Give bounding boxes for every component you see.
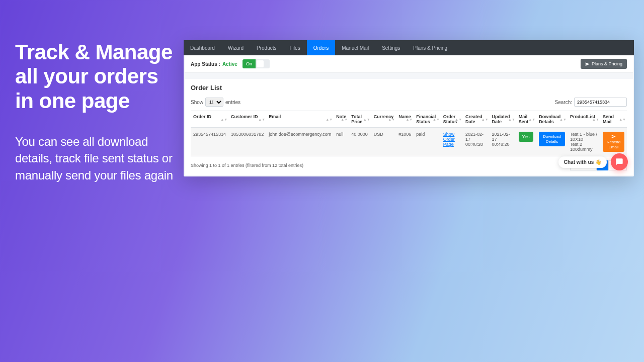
col-order-id[interactable]: Order ID▲▼ [191,111,228,128]
nav-manuel-mail[interactable]: Manuel Mail [335,40,375,55]
cell-updated-date: 2021-02-17 00:48:20 [490,128,516,156]
cell-total-price: 40.0000 [349,128,371,156]
cell-download-details: Download Details [536,128,568,156]
search-input[interactable] [574,98,627,107]
download-details-button[interactable]: Download Details [539,132,565,146]
search-label: Search: [555,100,572,105]
cell-order-id: 2935457415334 [191,128,228,156]
search-control: Search: [555,98,627,107]
plans-pricing-label: Plans & Pricing [592,61,622,66]
sort-icon: ▲▼ [220,118,227,121]
col-email[interactable]: Email▲▼ [266,111,334,128]
cell-product-list: Test 1 - blue / 10X10 Test 2 100dummy [568,128,600,156]
col-note[interactable]: Note▲▼ [334,111,349,128]
cell-mail-sent: Yes [516,128,536,156]
sort-icon: ▲▼ [528,118,535,121]
cell-financial-status: paid [414,128,441,156]
cell-customer-id: 3853006831782 [228,128,266,156]
sort-icon: ▲▼ [619,118,626,121]
table-row: 2935457415334 3853006831782 john.doe@eco… [191,128,627,156]
sort-icon: ▲▼ [433,118,440,121]
paper-plane-icon [611,134,616,139]
table-header-row: Order ID▲▼ Customer ID▲▼ Email▲▼ Note▲▼ … [191,111,627,128]
col-currency[interactable]: Currency▲▼ [371,111,396,128]
cell-send-mail: Resend Email [600,128,627,156]
mail-sent-badge: Yes [519,132,533,142]
app-status-toggle[interactable]: On [243,59,270,68]
toggle-on-label: On [243,59,256,68]
marketing-subtitle: You can see all download details, track … [15,133,176,184]
col-order-status[interactable]: Order Status▲▼ [441,111,463,128]
chat-widget: Chat with us 👋 [558,153,628,170]
status-bar: App Status : Active On Plans & Pricing [185,55,633,73]
cell-currency: USD [371,128,396,156]
sort-icon: ▲▼ [406,118,413,121]
chat-text-bubble[interactable]: Chat with us 👋 [558,156,607,168]
sort-icon: ▲▼ [592,118,599,121]
chat-open-button[interactable] [611,153,628,170]
entries-label: entries [225,100,240,105]
col-name[interactable]: Name▲▼ [396,111,414,128]
sort-icon: ▲▼ [559,118,567,121]
nav-dashboard[interactable]: Dashboard [184,40,221,55]
sort-icon: ▲▼ [363,118,370,121]
col-mail-sent[interactable]: Mail Sent▲▼ [516,111,536,128]
sort-icon: ▲▼ [258,118,265,121]
col-financial-status[interactable]: Financial Status▲▼ [414,111,441,128]
table-controls: Show 10 entries Search: [191,98,627,107]
app-status-label: App Status : [191,61,220,67]
col-customer-id[interactable]: Customer ID▲▼ [228,111,266,128]
main-nav: Dashboard Wizard Products Files Orders M… [184,40,634,55]
col-send-mail[interactable]: Send Mail▲▼ [600,111,627,128]
cell-note: null [334,128,349,156]
chat-icon [615,158,623,166]
cell-email: john.doe@ecommergency.com [266,128,334,156]
cell-order-status: Show Order Page [441,128,463,156]
sort-icon: ▲▼ [508,118,515,121]
marketing-copy: Track & Manage all your orders in one pa… [15,40,176,184]
resend-email-label: Resend Email [606,140,621,149]
plans-pricing-button[interactable]: Plans & Pricing [581,59,627,69]
app-window: Dashboard Wizard Products Files Orders M… [184,40,634,176]
resend-email-button[interactable]: Resend Email [603,132,624,152]
sort-icon: ▲▼ [341,118,348,121]
sort-icon: ▲▼ [455,118,462,121]
cell-name: #1006 [396,128,414,156]
page-size-select[interactable]: 10 [205,98,223,107]
nav-files[interactable]: Files [283,40,307,55]
toggle-switch-icon [256,59,270,68]
entries-info: Showing 1 to 1 of 1 entries (filtered fr… [191,163,303,168]
show-order-page-link[interactable]: Show Order Page [443,132,455,147]
app-status-value: Active [222,61,237,67]
sort-icon: ▲▼ [326,118,333,121]
show-entries-control: Show 10 entries [191,98,240,107]
nav-settings[interactable]: Settings [375,40,407,55]
paper-plane-icon [585,62,590,66]
nav-plans-pricing[interactable]: Plans & Pricing [407,40,454,55]
marketing-title: Track & Manage all your orders in one pa… [15,40,176,113]
col-created-date[interactable]: Created Date▲▼ [463,111,489,128]
col-product-list[interactable]: ProductList▲▼ [568,111,600,128]
nav-wizard[interactable]: Wizard [221,40,250,55]
sort-icon: ▲▼ [388,118,395,121]
nav-products[interactable]: Products [250,40,283,55]
col-total-price[interactable]: Total Price▲▼ [349,111,371,128]
col-download-details[interactable]: Download Details▲▼ [536,111,568,128]
sort-icon: ▲▼ [481,118,489,121]
card-title: Order List [191,84,627,92]
nav-orders[interactable]: Orders [307,40,336,55]
cell-created-date: 2021-02-17 00:48:20 [463,128,489,156]
orders-table: Order ID▲▼ Customer ID▲▼ Email▲▼ Note▲▼ … [191,111,627,156]
col-updated-date[interactable]: Updated Date▲▼ [490,111,516,128]
show-label: Show [191,100,203,105]
